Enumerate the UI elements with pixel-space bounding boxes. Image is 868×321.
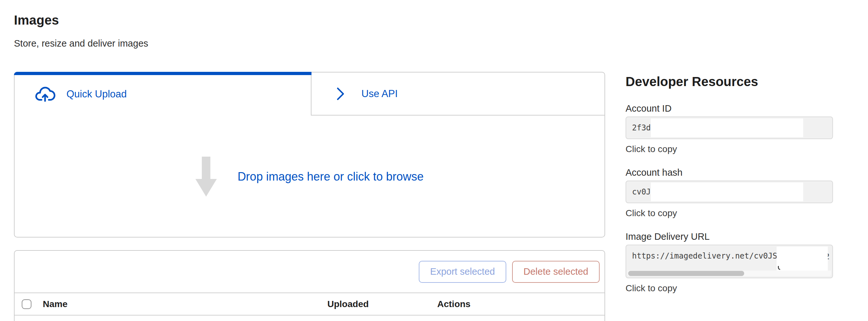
select-all-checkbox[interactable] [22,299,31,309]
page-title: Images [14,13,59,28]
redaction-overlay [651,118,803,137]
redacted-edge-glyph: 2 [828,251,831,262]
column-header-uploaded: Uploaded [328,293,369,315]
image-dropzone[interactable]: Drop images here or click to browse [14,115,604,238]
account-id-field[interactable]: 2f3d [625,116,833,139]
dropzone-label: Drop images here or click to browse [238,170,424,183]
upload-card: Quick Upload Use API Drop images here or… [14,72,605,238]
account-id-label: Account ID [625,103,833,114]
image-delivery-url-label: Image Delivery URL [625,231,833,242]
redaction-overlay [651,182,803,201]
tab-use-api-label: Use API [362,88,398,100]
table-header-row: Name Uploaded Actions [14,293,604,316]
account-id-section: Account ID 2f3d Click to copy [625,103,833,154]
account-hash-section: Account hash cv0J Click to copy [625,167,833,218]
column-header-name: Name [43,293,67,315]
account-hash-copy-hint: Click to copy [625,208,833,218]
table-toolbar: Export selected Delete selected [14,251,604,293]
account-id-copy-hint: Click to copy [625,144,833,154]
images-page: Images Store, resize and deliver images … [0,0,868,321]
down-arrow-icon [195,156,217,197]
delete-selected-button[interactable]: Delete selected [512,261,600,283]
developer-resources-panel: Developer Resources Account ID 2f3d Clic… [625,74,833,306]
images-table-card: Export selected Delete selected Name Upl… [14,250,605,321]
tab-quick-upload[interactable]: Quick Upload [14,72,311,115]
account-hash-field[interactable]: cv0J [625,181,833,203]
redaction-overlay [777,247,828,273]
tabs-row: Quick Upload Use API [14,72,604,115]
page-subtitle: Store, resize and deliver images [14,38,148,49]
cloud-upload-icon [35,87,55,102]
image-delivery-url-copy-hint: Click to copy [625,283,833,293]
chevron-right-icon [336,86,345,102]
url-scrollbar-thumb[interactable] [628,271,744,276]
image-delivery-url-section: Image Delivery URL https://imagedelivery… [625,231,833,293]
active-tab-indicator [14,72,311,75]
tab-quick-upload-label: Quick Upload [66,88,127,100]
tab-use-api[interactable]: Use API [311,72,604,115]
developer-resources-title: Developer Resources [625,74,833,89]
export-selected-button[interactable]: Export selected [419,261,506,283]
url-horizontal-scrollbar [627,271,831,276]
image-delivery-url-field[interactable]: https://imagedelivery.net/cv0JS 2 [625,245,833,278]
column-header-actions: Actions [437,293,471,315]
account-hash-label: Account hash [625,167,833,178]
